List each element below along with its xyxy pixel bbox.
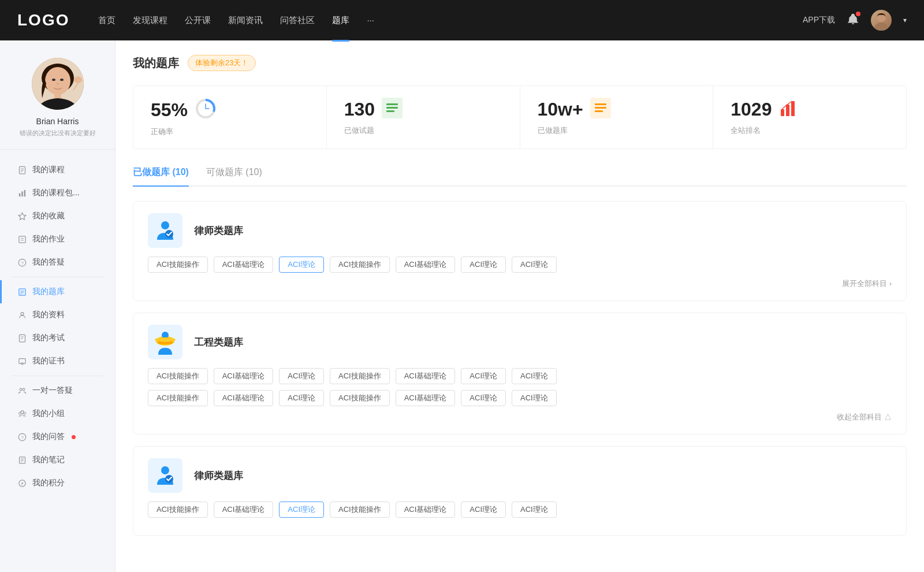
tab-available[interactable]: 可做题库 (10)	[206, 166, 262, 185]
tag-aci-theory-active[interactable]: ACI理论	[279, 257, 324, 273]
svg-rect-53	[595, 110, 603, 112]
sidebar-item-cert[interactable]: 我的证书	[0, 350, 115, 373]
stat-banks-value: 10w+	[538, 99, 583, 120]
sidebar-menu: 我的课程 我的课程包... 我的收藏 我的作业	[0, 158, 115, 495]
collapse-link-engineering[interactable]: 收起全部科目 △	[148, 412, 892, 422]
group-label: 我的小组	[32, 408, 65, 419]
notification-bell[interactable]	[847, 13, 859, 28]
sidebar-item-group[interactable]: 我的小组	[0, 402, 115, 425]
qbank-card-engineering: 工程类题库 ACI技能操作 ACI基础理论 ACI理论 ACI技能操作 ACI基…	[133, 313, 907, 434]
avatar-container	[32, 58, 84, 110]
bar-chart-red-icon	[778, 98, 799, 121]
sidebar-item-points[interactable]: 我的积分	[0, 471, 115, 495]
qbank-lawyer-header: 律师类题库	[148, 213, 892, 248]
stat-accuracy: 55% 正确率	[133, 86, 327, 148]
eng-tag-2[interactable]: ACI基础理论	[214, 368, 274, 384]
sidebar-item-qa[interactable]: ? 我的答疑	[0, 251, 115, 274]
bar-icon	[17, 188, 27, 198]
nav-more[interactable]: ···	[367, 12, 374, 29]
list-green-icon	[382, 98, 403, 121]
avatar-image	[871, 10, 892, 31]
l2-tag-3[interactable]: ACI理论	[279, 502, 324, 518]
nav-discover[interactable]: 发现课程	[133, 12, 167, 29]
eng-tag-7[interactable]: ACI理论	[512, 368, 557, 384]
qbank-lawyer-tags: ACI技能操作 ACI基础理论 ACI理论 ACI技能操作 ACI基础理论 AC…	[148, 257, 892, 273]
logo: LOGO	[17, 11, 69, 29]
avatar-drawing	[32, 58, 84, 110]
eng-tag-11[interactable]: ACI技能操作	[330, 390, 390, 406]
user-avatar-nav[interactable]	[871, 10, 892, 31]
sidebar-item-favorites[interactable]: 我的收藏	[0, 205, 115, 228]
divider1	[12, 277, 103, 277]
nav-qa[interactable]: 问答社区	[280, 12, 315, 29]
sidebar-item-homework[interactable]: 我的作业	[0, 228, 115, 251]
sidebar-item-courses[interactable]: 我的课程	[0, 158, 115, 181]
tag-aci-basic2[interactable]: ACI基础理论	[396, 257, 456, 273]
nav-qbank[interactable]: 题库	[332, 12, 349, 29]
expand-link-lawyer[interactable]: 展开全部科目 ›	[148, 278, 892, 289]
eng-tag-6[interactable]: ACI理论	[461, 368, 506, 384]
l2-tag-4[interactable]: ACI技能操作	[330, 502, 390, 518]
qbank-lawyer2-header: 律师类题库	[148, 458, 892, 493]
tag-aci-theory3[interactable]: ACI理论	[512, 257, 557, 273]
qbank-eng-icon-wrap	[148, 325, 182, 359]
eng-tag-12[interactable]: ACI基础理论	[396, 390, 456, 406]
user-name: Brian Harris	[36, 117, 79, 126]
svg-point-4	[45, 67, 70, 95]
cert-icon	[17, 356, 27, 366]
page-title: 我的题库	[133, 55, 179, 71]
eng-tag-8[interactable]: ACI技能操作	[148, 390, 208, 406]
nav-home[interactable]: 首页	[98, 12, 116, 29]
l2-tag-6[interactable]: ACI理论	[461, 502, 506, 518]
sidebar-item-tutor[interactable]: 一对一答疑	[0, 379, 115, 402]
svg-point-34	[18, 412, 21, 414]
exam-label: 我的考试	[32, 333, 65, 343]
svg-point-57	[161, 221, 169, 229]
stat-accuracy-label: 正确率	[151, 127, 309, 137]
tab-done[interactable]: 已做题库 (10)	[133, 166, 189, 185]
svg-rect-16	[18, 236, 25, 242]
sidebar-item-profile[interactable]: 我的资料	[0, 303, 115, 326]
user-dropdown-arrow[interactable]: ▾	[903, 16, 907, 24]
qbank-icon	[17, 287, 27, 296]
qbank-label: 我的题库	[32, 287, 65, 297]
tag-aci-skill2[interactable]: ACI技能操作	[330, 257, 390, 273]
tag-aci-basic[interactable]: ACI基础理论	[214, 257, 274, 273]
notes-label: 我的笔记	[32, 455, 65, 465]
l2-tag-5[interactable]: ACI基础理论	[396, 502, 456, 518]
stat-banks-label: 已做题库	[538, 125, 696, 136]
svg-rect-55	[786, 105, 789, 116]
eng-tag-13[interactable]: ACI理论	[461, 390, 506, 406]
stats-row: 55% 正确率 130	[133, 86, 907, 149]
sidebar-item-qbank[interactable]: 我的题库	[0, 280, 115, 303]
sidebar: Brian Harris 错误的决定比没有决定要好 我的课程 我的课程包...	[0, 40, 116, 572]
nav-opencourse[interactable]: 公开课	[185, 12, 211, 29]
eng-tag-1[interactable]: ACI技能操作	[148, 368, 208, 384]
stat-done-label: 已做试题	[344, 125, 502, 136]
l2-tag-2[interactable]: ACI基础理论	[214, 502, 274, 518]
eng-tag-4[interactable]: ACI技能操作	[330, 368, 390, 384]
eng-tag-3[interactable]: ACI理论	[279, 368, 324, 384]
eng-tag-5[interactable]: ACI基础理论	[396, 368, 456, 384]
stat-rank: 1029 全站排名	[713, 86, 906, 148]
eng-tag-9[interactable]: ACI基础理论	[214, 390, 274, 406]
file-icon	[17, 165, 27, 174]
tag-aci-theory2[interactable]: ACI理论	[461, 257, 506, 273]
tag-aci-skill[interactable]: ACI技能操作	[148, 257, 208, 273]
question-circle-icon: ?	[17, 258, 27, 267]
app-download-button[interactable]: APP下载	[803, 15, 835, 25]
eng-tag-14[interactable]: ACI理论	[512, 390, 557, 406]
exam-icon	[17, 333, 27, 343]
engineer-icon	[152, 329, 178, 355]
sidebar-item-packages[interactable]: 我的课程包...	[0, 181, 115, 205]
svg-point-8	[74, 76, 82, 83]
navbar-menu: 首页 发现课程 公开课 新闻资讯 问答社区 题库 ···	[98, 12, 803, 29]
l2-tag-7[interactable]: ACI理论	[512, 502, 557, 518]
sidebar-item-myquestion[interactable]: ? 我的问答	[0, 425, 115, 448]
eng-tag-10[interactable]: ACI理论	[279, 390, 324, 406]
l2-tag-1[interactable]: ACI技能操作	[148, 502, 208, 518]
sidebar-item-exam[interactable]: 我的考试	[0, 326, 115, 350]
nav-news[interactable]: 新闻资讯	[228, 12, 263, 29]
stat-done-value: 130	[344, 99, 375, 120]
sidebar-item-notes[interactable]: 我的笔记	[0, 448, 115, 471]
